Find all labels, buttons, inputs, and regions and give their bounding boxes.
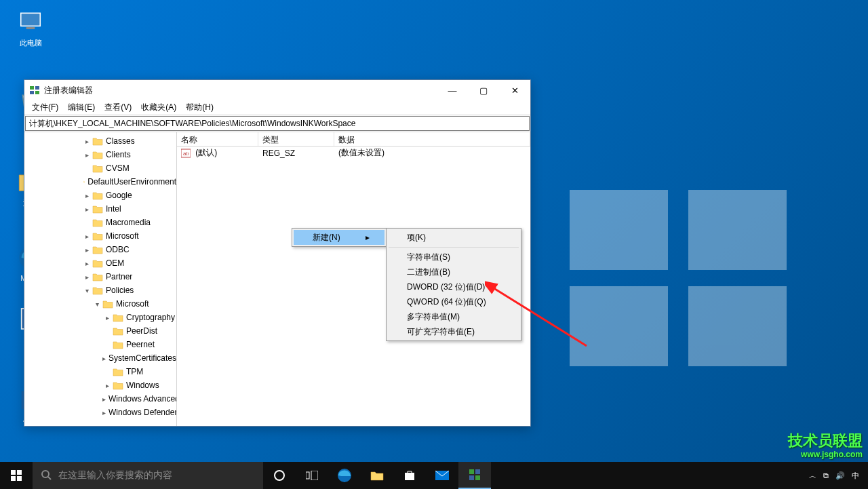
task-view-button[interactable]	[296, 462, 328, 489]
tree-item[interactable]: Peernet	[24, 338, 176, 351]
address-bar[interactable]: 计算机\HKEY_LOCAL_MACHINE\SOFTWARE\Policies…	[25, 116, 530, 131]
regedit-icon	[469, 469, 481, 481]
taskbar-store[interactable]	[393, 462, 426, 489]
expand-icon[interactable]: ▸	[82, 246, 92, 254]
tree-label: Intel	[106, 204, 121, 214]
tree-item[interactable]: ▸Windows	[24, 378, 176, 392]
menu-separator	[389, 247, 519, 248]
titlebar[interactable]: 注册表编辑器 — ▢ ✕	[24, 80, 530, 100]
value-data: (数值未设置)	[334, 146, 530, 159]
tree-item[interactable]: ▸Microsoft	[24, 229, 176, 243]
menu-item-dword[interactable]: DWORD (32 位)值(D)	[388, 279, 519, 294]
desktop-icon-this-pc[interactable]: 此电脑	[9, 8, 52, 48]
expand-icon[interactable]: ▸	[82, 192, 92, 199]
menu-favorites[interactable]: 收藏夹(A)	[136, 100, 181, 115]
menu-file[interactable]: 文件(F)	[27, 100, 63, 115]
tree-pane[interactable]: ▸Classes▸ClientsCVSMDefaultUserEnvironme…	[24, 132, 177, 426]
tree-item[interactable]: ▸SystemCertificates	[24, 351, 176, 365]
svg-rect-8	[35, 91, 39, 94]
address-text: 计算机\HKEY_LOCAL_MACHINE\SOFTWARE\Policies…	[29, 118, 355, 130]
tree-label: Windows Defender	[108, 408, 177, 417]
tree-label: OEM	[106, 258, 124, 268]
tray-ime-icon[interactable]: 中	[852, 471, 859, 481]
cortana-button[interactable]	[263, 462, 296, 489]
tree-label: Google	[106, 191, 132, 200]
menu-item-new[interactable]: 新建(N) ▸	[294, 230, 384, 245]
tree-item[interactable]: ▸Intel	[24, 202, 176, 216]
tree-item[interactable]: ▾Policies	[24, 283, 176, 297]
tree-item[interactable]: ▸ODBC	[24, 243, 176, 256]
expand-icon[interactable]: ▸	[102, 382, 113, 389]
menu-help[interactable]: 帮助(H)	[181, 100, 218, 115]
tree-item[interactable]: ▾Microsoft	[24, 297, 176, 311]
windows-logo-wallpaper	[570, 190, 787, 366]
tray-chevron-icon[interactable]: ︿	[809, 471, 816, 481]
cortana-icon	[273, 469, 285, 482]
tree-item[interactable]: ▸Classes	[24, 134, 176, 148]
menu-item-multistring[interactable]: 多字符串值(M)	[388, 309, 519, 324]
column-name[interactable]: 名称	[177, 132, 258, 146]
svg-rect-5	[30, 86, 34, 90]
svg-rect-20	[311, 471, 318, 480]
column-data[interactable]: 数据	[334, 132, 530, 146]
expand-icon[interactable]: ▸	[102, 314, 113, 321]
taskbar-search[interactable]: 在这里输入你要搜索的内容	[33, 462, 263, 489]
menu-item-binary[interactable]: 二进制值(B)	[388, 265, 519, 279]
tray-network-icon[interactable]: ⧉	[823, 471, 829, 480]
taskbar-mail[interactable]	[426, 462, 458, 489]
start-button[interactable]	[0, 462, 33, 489]
tree-item[interactable]: ▸Cryptography	[24, 311, 176, 324]
minimize-button[interactable]: —	[437, 80, 468, 100]
expand-icon[interactable]: ▾	[92, 300, 102, 308]
menu-item-qword[interactable]: QWORD (64 位)值(Q)	[388, 294, 519, 309]
expand-icon[interactable]: ▸	[82, 206, 92, 213]
taskbar-regedit[interactable]	[458, 462, 491, 489]
expand-icon[interactable]: ▸	[82, 233, 92, 240]
svg-line-17	[48, 477, 51, 480]
tree-item[interactable]: ▸OEM	[24, 256, 176, 270]
tree-label: Cryptography	[126, 313, 175, 322]
menu-edit[interactable]: 编辑(E)	[63, 100, 100, 115]
expand-icon[interactable]: ▸	[82, 138, 92, 145]
svg-rect-13	[17, 470, 22, 475]
search-icon	[41, 469, 52, 482]
expand-icon[interactable]: ▸	[102, 355, 106, 362]
string-value-icon: ab	[181, 149, 191, 158]
desktop-icon-label: 此电脑	[9, 38, 52, 48]
search-placeholder: 在这里输入你要搜索的内容	[58, 469, 172, 482]
column-type[interactable]: 类型	[258, 132, 334, 146]
list-row[interactable]: ab (默认) REG_SZ (数值未设置)	[177, 146, 530, 159]
tree-item[interactable]: CVSM	[24, 161, 176, 175]
expand-icon[interactable]: ▸	[82, 151, 92, 159]
menu-view[interactable]: 查看(V)	[100, 100, 136, 115]
expand-icon[interactable]: ▾	[82, 287, 92, 294]
expand-icon[interactable]: ▸	[82, 260, 92, 267]
tree-label: SystemCertificates	[108, 353, 176, 363]
tree-item[interactable]: ▸Windows Defender	[24, 406, 176, 419]
tree-item[interactable]: ▸Partner	[24, 270, 176, 283]
tree-item[interactable]: Macromedia	[24, 216, 176, 229]
taskbar-edge[interactable]	[328, 462, 361, 489]
expand-icon[interactable]: ▸	[102, 395, 106, 403]
tree-label: Windows	[126, 380, 159, 390]
tray-volume-icon[interactable]: 🔊	[835, 471, 845, 480]
menu-item-string[interactable]: 字符串值(S)	[388, 250, 519, 265]
tree-item[interactable]: DefaultUserEnvironment	[24, 175, 176, 189]
system-tray[interactable]: ︿ ⧉ 🔊 中	[806, 471, 868, 481]
tree-item[interactable]: TPM	[24, 365, 176, 378]
tree-item[interactable]: PeerDist	[24, 324, 176, 338]
taskbar: 在这里输入你要搜索的内容 ︿ ⧉ 🔊 中	[0, 462, 868, 489]
tree-item[interactable]: ▸Clients	[24, 148, 176, 161]
expand-icon[interactable]: ▸	[102, 409, 106, 416]
expand-icon[interactable]: ▸	[82, 273, 92, 281]
menu-item-key[interactable]: 项(K)	[388, 230, 519, 245]
tree-item[interactable]: ▸Google	[24, 189, 176, 202]
tree-label: CVSM	[106, 163, 130, 173]
tree-label: ODBC	[106, 245, 130, 254]
close-button[interactable]: ✕	[499, 80, 530, 100]
tree-label: Windows Advanced	[108, 394, 177, 404]
maximize-button[interactable]: ▢	[468, 80, 499, 100]
tree-item[interactable]: ▸Windows Advanced	[24, 392, 176, 406]
menu-item-expandstring[interactable]: 可扩充字符串值(E)	[388, 324, 519, 339]
taskbar-explorer[interactable]	[361, 462, 393, 489]
